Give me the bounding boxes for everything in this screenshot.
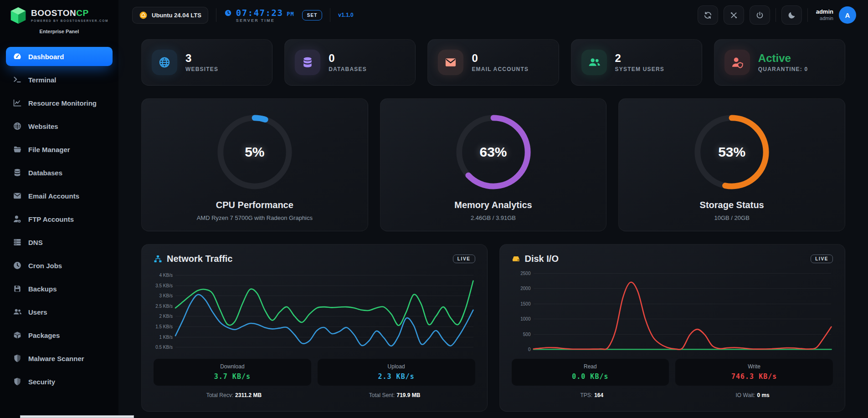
brand-logo-icon <box>10 6 26 25</box>
stat-box-label: Download <box>154 363 311 370</box>
stat-box-label: Upload <box>318 363 475 370</box>
stat-card: Active QUARANTINE: 0 <box>714 39 845 86</box>
sidebar-item-dns[interactable]: DNS <box>6 233 113 252</box>
sidebar-item-label: Terminal <box>28 76 56 84</box>
stat-box-download: Download3.7 KB/s <box>154 359 311 386</box>
version-label: v1.1.0 <box>338 12 353 18</box>
sidebar-item-label: Packages <box>28 331 60 339</box>
sidebar-item-label: DNS <box>28 239 43 246</box>
database-icon <box>13 168 22 177</box>
sidebar-item-security[interactable]: Security <box>6 372 113 391</box>
sidebar-item-file-manager[interactable]: File Manager <box>6 140 113 159</box>
y-axis-tick: 4 KB/s <box>154 273 173 278</box>
gauge-ring: 5% <box>214 112 295 193</box>
gauge-card: 63% Memory Analytics 2.46GB / 3.91GB <box>380 98 607 231</box>
stat-value: 2 <box>615 52 664 64</box>
y-axis-tick: 2.5 KB/s <box>154 303 173 308</box>
sidebar-item-dashboard[interactable]: Dashboard <box>6 47 113 66</box>
sidebar-item-label: Email Accounts <box>28 192 79 200</box>
stat-box-value: 2.3 KB/s <box>318 372 475 381</box>
stat-label: SYSTEM USERS <box>615 66 664 72</box>
theme-toggle-button[interactable] <box>781 5 802 25</box>
sidebar-item-label: Users <box>28 308 47 316</box>
gauge-card: 53% Storage Status 10GB / 20GB <box>618 98 845 231</box>
tools-button[interactable] <box>724 5 744 25</box>
sidebar-item-email-accounts[interactable]: Email Accounts <box>6 186 113 205</box>
globe-icon <box>152 50 177 75</box>
sidebar-item-cron-jobs[interactable]: Cron Jobs <box>6 256 113 275</box>
sidebar-item-terminal[interactable]: Terminal <box>6 70 113 89</box>
floppy-icon <box>13 284 22 293</box>
stat-value: 3 <box>185 52 218 64</box>
gauge-ring: 53% <box>691 112 772 193</box>
total-tps: TPS:164 <box>512 392 673 398</box>
gauge-title: CPU Performance <box>216 200 293 210</box>
user-badge-icon <box>13 214 22 224</box>
stat-box-value: 3.7 KB/s <box>154 372 311 381</box>
os-badge[interactable]: Ubuntu 24.04 LTS <box>132 7 208 24</box>
gauge-subtitle: 2.46GB / 3.91GB <box>471 214 516 221</box>
chart-footer: Download3.7 KB/sUpload2.3 KB/s <box>154 359 475 386</box>
mail-icon <box>13 191 22 200</box>
user-shield-icon <box>724 50 750 75</box>
y-axis-tick: 3 KB/s <box>154 293 173 298</box>
stat-label: EMAIL ACCOUNTS <box>472 66 529 72</box>
chart-card: Network Traffic LIVE 4 KB/s3.5 KB/s3 KB/… <box>141 244 488 412</box>
user-role: admin <box>816 15 833 22</box>
sidebar-item-malware-scanner[interactable]: Malware Scanner <box>6 349 113 368</box>
username: admin <box>816 8 833 15</box>
sidebar-nav: Dashboard Terminal Resource Monitoring W… <box>0 38 118 400</box>
gauge-title: Storage Status <box>700 200 764 210</box>
y-axis-tick: 2 KB/s <box>154 314 173 319</box>
chart-plot: 4 KB/s3.5 KB/s3 KB/s2.5 KB/s2 KB/s1.5 KB… <box>175 271 473 352</box>
topbar: Ubuntu 24.04 LTS 07:47:23 PM SERVER TIME… <box>118 0 868 30</box>
stat-box-label: Write <box>675 363 833 370</box>
sidebar-item-packages[interactable]: Packages <box>6 326 113 345</box>
user-block: admin admin <box>816 8 833 22</box>
chart-card: Disk I/O LIVE 25002000150010005000 Read0… <box>499 244 846 412</box>
stat-box-value: 746.3 KB/s <box>675 372 833 381</box>
total-io-wait: IO Wait:0 ms <box>672 392 833 398</box>
gauge-subtitle: AMD Ryzen 7 5700G with Radeon Graphics <box>197 214 313 221</box>
horizontal-scrollbar-thumb[interactable] <box>20 415 134 418</box>
set-time-button[interactable]: SET <box>302 10 322 20</box>
sidebar-item-websites[interactable]: Websites <box>6 117 113 136</box>
avatar[interactable]: A <box>839 6 856 24</box>
y-axis-tick: 0 <box>512 347 531 352</box>
sidebar-item-resource-monitoring[interactable]: Resource Monitoring <box>6 93 113 112</box>
clock-icon <box>224 9 232 17</box>
gauge-card: 5% CPU Performance AMD Ryzen 7 5700G wit… <box>141 98 368 231</box>
gauge-percent: 63% <box>453 112 534 193</box>
server-time-meridiem: PM <box>287 11 294 17</box>
y-axis-tick: 1 KB/s <box>154 334 173 339</box>
chart-title: Disk I/O <box>512 254 559 264</box>
stat-card: 3 WEBSITES <box>141 39 272 86</box>
sidebar-item-users[interactable]: Users <box>6 302 113 321</box>
power-icon <box>755 11 764 20</box>
divider <box>216 8 216 22</box>
sidebar-item-ftp-accounts[interactable]: FTP Accounts <box>6 209 113 229</box>
stat-box-read: Read0.0 KB/s <box>512 359 669 386</box>
y-axis-tick: 1000 <box>512 316 531 321</box>
stat-card: 0 EMAIL ACCOUNTS <box>427 39 559 86</box>
y-axis-tick: 0.5 KB/s <box>154 345 173 350</box>
sidebar-item-backups[interactable]: Backups <box>6 279 113 298</box>
server-time: 07:47:23 <box>236 8 283 18</box>
sidebar-item-label: FTP Accounts <box>28 215 74 223</box>
y-axis-tick: 2000 <box>512 286 531 291</box>
refresh-button[interactable] <box>698 5 718 25</box>
app-title: BOOSTONCP <box>31 8 89 18</box>
folder-icon <box>13 145 22 154</box>
stat-label: QUARANTINE: 0 <box>758 66 808 72</box>
stat-card: 0 DATABASES <box>284 39 416 86</box>
mail-icon <box>438 50 463 75</box>
sidebar-item-databases[interactable]: Databases <box>6 163 113 182</box>
y-axis-tick: 500 <box>512 331 531 336</box>
sidebar-item-label: Dashboard <box>28 53 64 61</box>
power-button[interactable] <box>750 5 770 25</box>
y-axis-tick: 3.5 KB/s <box>154 283 173 288</box>
stat-box-label: Read <box>512 363 669 370</box>
divider <box>330 8 330 22</box>
chart-totals: TPS:164IO Wait:0 ms <box>512 392 833 398</box>
stat-label: DATABASES <box>329 66 367 72</box>
